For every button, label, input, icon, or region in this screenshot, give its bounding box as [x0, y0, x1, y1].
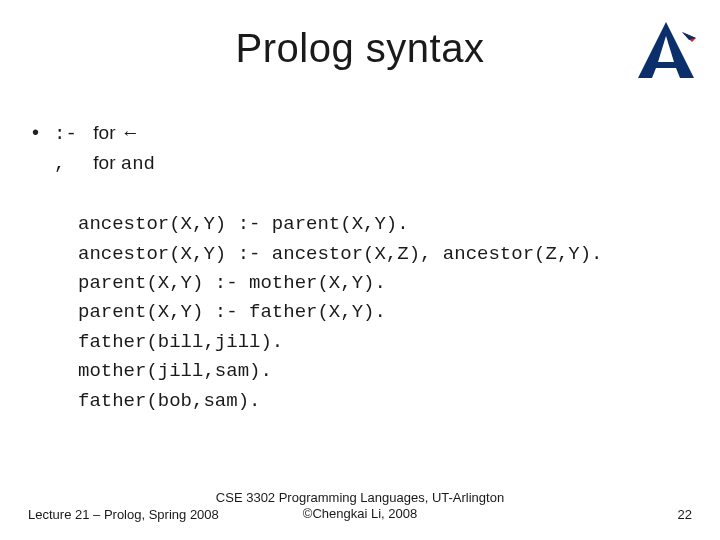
- for-word-1: for: [93, 122, 115, 143]
- prolog-code-block: ancestor(X,Y) :- parent(X,Y). ancestor(X…: [78, 210, 688, 416]
- left-arrow-icon: ←: [121, 122, 140, 143]
- footer-left: Lecture 21 – Prolog, Spring 2008: [28, 507, 219, 522]
- bullet-text-2: , for and: [54, 149, 155, 179]
- bullet-text-1: :- for ←: [54, 119, 140, 149]
- symbol-colon-dash: :-: [54, 121, 88, 149]
- uta-a-icon: [634, 18, 698, 82]
- slide-footer: Lecture 21 – Prolog, Spring 2008 CSE 330…: [0, 490, 720, 523]
- bullet-line-2: , for and: [32, 149, 688, 179]
- and-word: and: [121, 153, 155, 175]
- slide-number: 22: [678, 507, 692, 522]
- slide: Prolog syntax • :- for ← , for a: [0, 0, 720, 540]
- symbol-comma: ,: [54, 151, 88, 179]
- bullet-dot-icon: •: [32, 118, 54, 147]
- footer-center-line1: CSE 3302 Programming Languages, UT-Arlin…: [0, 490, 720, 506]
- for-word-2: for: [93, 152, 115, 173]
- slide-body: • :- for ← , for and ancestor(X,Y) :- pa…: [32, 118, 688, 416]
- uta-logo: [634, 18, 698, 82]
- bullet-line-1: • :- for ←: [32, 118, 688, 149]
- slide-title: Prolog syntax: [0, 26, 720, 71]
